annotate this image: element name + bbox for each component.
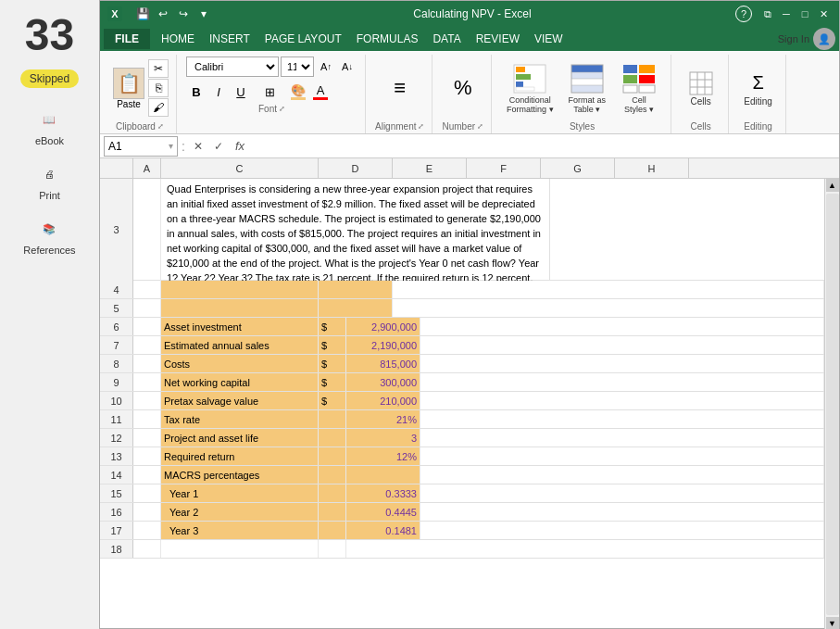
costs-value[interactable]: 815,000 bbox=[346, 355, 420, 372]
font-expand-icon[interactable]: ⤢ bbox=[279, 105, 285, 113]
grid-cell[interactable] bbox=[420, 503, 824, 521]
macrs-empty-value[interactable] bbox=[346, 466, 420, 484]
font-family-select[interactable]: Calibri bbox=[186, 57, 279, 77]
empty-dollar-cell[interactable] bbox=[319, 466, 346, 484]
grid-cell[interactable] bbox=[346, 540, 824, 558]
grid-cell[interactable] bbox=[133, 466, 161, 484]
grid-cell[interactable] bbox=[133, 373, 161, 391]
data-menu[interactable]: DATA bbox=[425, 29, 468, 49]
review-menu[interactable]: REVIEW bbox=[469, 29, 527, 49]
grid-cell[interactable] bbox=[420, 410, 824, 428]
col-header-f[interactable]: F bbox=[467, 158, 541, 179]
grid-cell[interactable] bbox=[550, 179, 824, 281]
grid-cell[interactable] bbox=[420, 392, 824, 409]
page-layout-menu[interactable]: PAGE LAYOUT bbox=[257, 29, 349, 49]
insert-menu[interactable]: INSERT bbox=[202, 29, 257, 49]
minimize-button[interactable]: ─ bbox=[778, 6, 795, 22]
description-cell[interactable]: Quad Enterprises is considering a new th… bbox=[161, 179, 550, 281]
copy-button[interactable]: ⎘ bbox=[148, 79, 169, 97]
empty-dollar-cell[interactable] bbox=[319, 447, 346, 465]
year3-label[interactable]: Year 3 bbox=[161, 522, 319, 539]
grid-cell[interactable] bbox=[420, 447, 824, 465]
empty-dollar-cell[interactable] bbox=[319, 484, 346, 502]
grid-cell[interactable] bbox=[161, 299, 319, 317]
paste-button[interactable]: 📋 Paste bbox=[111, 66, 146, 111]
grid-cell[interactable] bbox=[133, 429, 161, 447]
borders-button[interactable]: ⊞ bbox=[259, 82, 280, 102]
vertical-scrollbar[interactable]: ▲ ▼ bbox=[824, 179, 839, 629]
year3-value[interactable]: 0.1481 bbox=[346, 522, 420, 539]
cancel-formula-button[interactable]: ✕ bbox=[189, 137, 207, 156]
year1-value[interactable]: 0.3333 bbox=[346, 484, 420, 502]
grid-cell[interactable] bbox=[393, 299, 824, 317]
col-header-g[interactable]: G bbox=[541, 158, 615, 179]
grid-cell[interactable] bbox=[161, 281, 319, 298]
dollar-sign-cell[interactable]: $ bbox=[319, 373, 346, 391]
year2-label[interactable]: Year 2 bbox=[161, 503, 319, 521]
redo-qat-button[interactable]: ↪ bbox=[174, 5, 193, 23]
required-return-value[interactable]: 12% bbox=[346, 447, 420, 465]
asset-life-label[interactable]: Project and asset life bbox=[161, 429, 319, 447]
font-size-select[interactable]: 11 bbox=[281, 57, 314, 77]
fill-color-button[interactable]: 🎨 bbox=[288, 82, 308, 101]
col-header-c[interactable]: C bbox=[161, 158, 319, 179]
col-header-e[interactable]: E bbox=[393, 158, 467, 179]
col-header-a[interactable]: A bbox=[133, 158, 161, 179]
nwc-value[interactable]: 300,000 bbox=[346, 373, 420, 391]
grid-cell[interactable] bbox=[133, 355, 161, 372]
dollar-sign-cell[interactable]: $ bbox=[319, 318, 346, 335]
format-as-table-button[interactable]: Format asTable ▾ bbox=[563, 60, 612, 116]
cells-button[interactable]: Cells bbox=[684, 69, 718, 108]
grid-scroll[interactable]: 3 Quad Enterprises is considering a new … bbox=[100, 179, 824, 629]
sidebar-item-print[interactable]: 🖨 Print bbox=[37, 161, 63, 201]
grid-cell[interactable] bbox=[133, 503, 161, 521]
grid-cell[interactable] bbox=[319, 299, 393, 317]
increase-font-button[interactable]: A↑ bbox=[316, 57, 336, 77]
view-menu[interactable]: VIEW bbox=[527, 29, 570, 49]
grid-cell[interactable] bbox=[393, 281, 824, 298]
sign-in-label[interactable]: Sign In bbox=[778, 33, 809, 44]
font-color-button[interactable]: A bbox=[310, 82, 331, 101]
asset-life-value[interactable]: 3 bbox=[346, 429, 420, 447]
cut-button[interactable]: ✂ bbox=[148, 59, 169, 78]
maximize-button[interactable]: □ bbox=[796, 6, 813, 22]
empty-dollar-cell[interactable] bbox=[319, 503, 346, 521]
alignment-expand-icon[interactable]: ⤢ bbox=[418, 122, 424, 131]
grid-cell[interactable] bbox=[420, 318, 824, 335]
scroll-thumb[interactable] bbox=[826, 194, 839, 615]
grid-cell[interactable] bbox=[319, 281, 393, 298]
bold-button[interactable]: B bbox=[186, 82, 207, 102]
sidebar-item-references[interactable]: 📚 References bbox=[23, 216, 75, 256]
asset-investment-value[interactable]: 2,900,000 bbox=[346, 318, 420, 335]
formulas-menu[interactable]: FORMULAS bbox=[349, 29, 426, 49]
undo-qat-button[interactable]: ↩ bbox=[154, 5, 172, 23]
empty-dollar-cell[interactable] bbox=[319, 429, 346, 447]
name-box-dropdown[interactable]: ▾ bbox=[169, 141, 173, 151]
grid-cell[interactable] bbox=[420, 466, 824, 484]
annual-sales-value[interactable]: 2,190,000 bbox=[346, 336, 420, 354]
grid-cell[interactable] bbox=[133, 318, 161, 335]
grid-cell[interactable] bbox=[133, 410, 161, 428]
grid-cell[interactable] bbox=[133, 281, 161, 298]
sidebar-item-ebook[interactable]: 📖 eBook bbox=[35, 107, 64, 146]
editing-button[interactable]: Σ Editing bbox=[740, 69, 776, 108]
grid-cell[interactable] bbox=[133, 179, 161, 281]
close-button[interactable]: ✕ bbox=[815, 6, 832, 22]
salvage-value[interactable]: 210,000 bbox=[346, 392, 420, 409]
save-qat-button[interactable]: 💾 bbox=[133, 5, 152, 23]
grid-cell[interactable] bbox=[133, 447, 161, 465]
annual-sales-label[interactable]: Estimated annual sales bbox=[161, 336, 319, 354]
dollar-sign-cell[interactable]: $ bbox=[319, 355, 346, 372]
grid-cell[interactable] bbox=[161, 540, 319, 558]
file-menu[interactable]: FILE bbox=[104, 29, 150, 49]
nwc-label[interactable]: Net working capital bbox=[161, 373, 319, 391]
grid-cell[interactable] bbox=[420, 373, 824, 391]
grid-cell[interactable] bbox=[133, 484, 161, 502]
tax-rate-label[interactable]: Tax rate bbox=[161, 410, 319, 428]
number-button[interactable]: % bbox=[446, 73, 480, 103]
grid-cell[interactable] bbox=[420, 522, 824, 539]
customize-qat-button[interactable]: ▾ bbox=[194, 5, 213, 23]
format-painter-button[interactable]: 🖌 bbox=[148, 98, 169, 117]
grid-cell[interactable] bbox=[420, 429, 824, 447]
grid-cell[interactable] bbox=[420, 336, 824, 354]
